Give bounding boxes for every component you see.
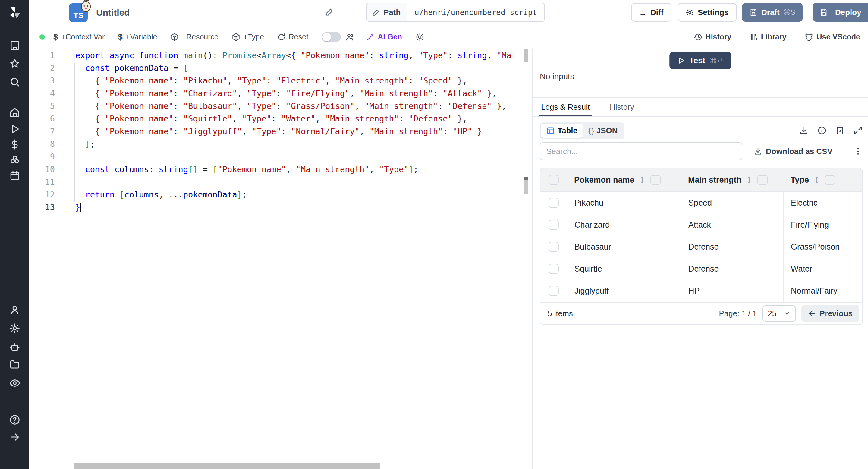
view-json-button[interactable]: { } JSON [583,124,623,138]
download-csv-button[interactable]: Download as CSV [754,147,832,156]
reset-button[interactable]: Reset [277,33,308,41]
history-button[interactable]: History [694,33,732,41]
tab-logs-result[interactable]: Logs & Result [540,98,591,117]
column-header-pokemon-name[interactable]: Pokemon name [567,175,681,185]
info-icon[interactable] [817,126,827,135]
code-line[interactable]: 10 const columns: string[] = ["Pokemon n… [29,163,532,176]
folder-icon[interactable] [9,359,20,370]
test-button[interactable]: Test ⌘↵ [670,52,731,69]
building-icon[interactable] [9,40,20,51]
row-checkbox[interactable] [549,264,559,274]
edit-title-pencil-icon[interactable] [325,7,334,18]
table-row[interactable]: Bulbasaur Defense Grass/Poison [540,236,862,258]
table-row[interactable]: Squirtle Defense Water [540,258,862,280]
deploy-button[interactable]: Deploy [813,3,868,22]
row-checkbox[interactable] [549,286,559,296]
tab-history[interactable]: History [609,98,635,117]
code-line[interactable]: 5 { "Pokemon name": "Bulbasaur", "Type":… [29,100,532,113]
page-size-select[interactable]: 25 [762,305,796,322]
code-line[interactable]: 2 const pokemonData = [ [29,62,532,74]
code-line[interactable]: 11 [29,176,532,188]
package-icon [170,33,179,41]
home-icon[interactable] [9,107,20,118]
sort-icon[interactable] [639,176,646,184]
column-header-main-strength[interactable]: Main strength [681,175,783,185]
dollar-icon[interactable] [9,139,20,150]
play-icon[interactable] [9,124,20,134]
add-variable-button[interactable]: $+Variable [118,32,157,42]
path-field[interactable]: Path u/henri/unencumbered_script [366,3,545,22]
line-number: 10 [29,163,55,176]
line-number: 2 [29,62,55,74]
ai-gen-button[interactable]: AI Gen [366,33,402,41]
deploy-main[interactable]: Deploy [813,8,868,17]
gear-icon[interactable] [9,323,20,334]
column-options-box[interactable] [825,175,835,185]
search-icon[interactable] [9,76,20,87]
users-icon-button[interactable] [345,33,354,41]
expand-icon[interactable] [854,126,863,135]
code-line[interactable]: 1export async function main(): Promise<A… [29,49,532,62]
select-all-checkbox[interactable] [549,175,559,185]
pencil-icon [372,8,380,16]
table-controls: Download as CSV [540,142,863,160]
vertical-scrollbar[interactable] [524,49,528,62]
settings-button[interactable]: Settings [678,3,737,22]
table-row[interactable]: Charizard Attack Fire/Flying [540,214,862,236]
download-icon[interactable] [799,126,808,135]
path-value[interactable]: u/henri/unencumbered_script [407,3,544,22]
arrow-right-icon[interactable] [9,432,20,442]
add-resource-button[interactable]: +Resource [170,33,218,41]
use-vscode-button[interactable]: Use VScode [804,33,860,41]
star-icon[interactable] [9,58,20,69]
code-line[interactable]: 7 { "Pokemon name": "Jigglypuff", "Type"… [29,125,532,138]
draft-button[interactable]: Draft ⌘S [742,3,803,22]
code-editor[interactable]: 1export async function main(): Promise<A… [29,49,532,469]
collab-toggle[interactable] [321,32,341,42]
calendar-icon[interactable] [9,170,20,181]
column-header-type[interactable]: Type [783,175,862,185]
code-line[interactable]: 12 return [columns, ...pokemonData]; [29,188,532,201]
previous-page-button[interactable]: Previous [801,305,859,322]
column-options-box[interactable] [650,175,661,185]
row-checkbox[interactable] [549,220,559,230]
code-line[interactable]: 13} [29,201,532,214]
left-sidebar [0,0,29,469]
more-options-kebab[interactable] [854,147,863,156]
users-icon [345,33,354,41]
code-line[interactable]: 4 { "Pokemon name": "Charizard", "Type":… [29,87,532,100]
search-input[interactable] [540,142,742,160]
column-options-box[interactable] [757,175,768,185]
view-table-button[interactable]: Table [541,124,583,138]
horizontal-scrollbar[interactable] [74,463,380,469]
refresh-icon [277,33,286,41]
eye-icon[interactable] [9,377,21,389]
editor-settings-gear[interactable] [415,33,424,41]
sort-icon[interactable] [746,176,753,184]
user-icon[interactable] [9,305,20,315]
robot-icon[interactable] [9,342,20,352]
code-line[interactable]: 6 { "Pokemon name": "Squirtle", "Type": … [29,113,532,125]
row-checkbox[interactable] [549,242,559,252]
sort-icon[interactable] [813,176,820,184]
table-row[interactable]: Pikachu Speed Electric [540,192,862,214]
row-checkbox[interactable] [549,198,559,208]
clipboard-copy-icon[interactable] [835,126,844,135]
code-line[interactable]: 9 [29,150,532,163]
diff-button[interactable]: Diff [631,3,671,22]
code-line[interactable]: 8 ]; [29,138,532,150]
boxes-icon[interactable] [9,155,20,165]
library-button[interactable]: Library [749,33,786,41]
add-type-button[interactable]: +Type [232,33,264,41]
table-icon [547,127,555,135]
tabs-border [532,116,868,117]
runner-panel: Test ⌘↵ No inputs Logs & Result History … [532,49,868,469]
line-number: 1 [29,49,55,62]
table-row[interactable]: Jigglypuff HP Normal/Fairy [540,280,862,302]
code-line[interactable]: 3 { "Pokemon name": "Pikachu", "Type": "… [29,74,532,87]
add-context-var-button[interactable]: $+Context Var [53,32,104,42]
help-icon[interactable] [9,414,21,426]
line-number: 9 [29,150,55,163]
windmill-logo-icon[interactable] [7,5,22,20]
path-label-group: Path [367,3,407,22]
